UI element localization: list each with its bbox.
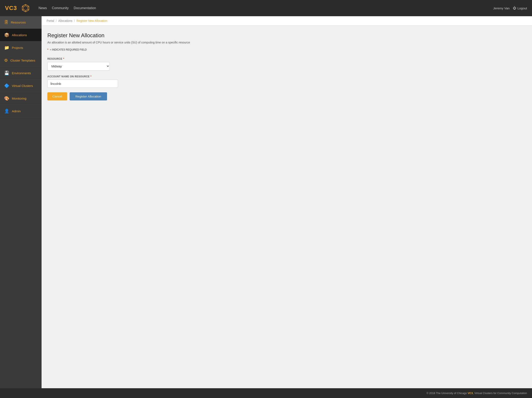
nav-documentation[interactable]: Documentation — [74, 6, 96, 10]
resource-label: RESOURCE * — [47, 58, 526, 60]
account-field-group: ACCOUNT NAME ON RESOURCE * — [47, 75, 526, 88]
svg-marker-1 — [24, 6, 28, 11]
logout-label: Logout — [518, 6, 527, 10]
account-required-star: * — [90, 75, 91, 78]
resource-required-star: * — [63, 58, 64, 60]
account-input[interactable] — [47, 80, 118, 88]
breadcrumb: Portal / Allocations / Register New Allo… — [42, 16, 532, 26]
footer-text-left: © 2018 The University of Chicago — [426, 392, 468, 395]
account-label: ACCOUNT NAME ON RESOURCE * — [47, 75, 526, 78]
layout: 🗄 Resources 📦 Allocations 📁 Projects ⚙ C… — [0, 16, 532, 388]
topnav-right: Jeremy Van ⏻ Logout — [493, 6, 527, 10]
sidebar-label-admin: Admin — [12, 109, 21, 113]
sidebar-item-monitoring[interactable]: 🎨 Monitoring — [0, 92, 42, 105]
breadcrumb-current: Register New Allocation — [76, 19, 107, 22]
sidebar-label-projects: Projects — [12, 46, 23, 50]
monitor-icon: 🎨 — [4, 96, 9, 101]
sidebar-item-cluster-templates[interactable]: ⚙ Cluster Templates — [0, 54, 42, 67]
breadcrumb-portal[interactable]: Portal — [47, 19, 54, 22]
resource-select[interactable]: Midway Comet Stampede2 Bridges — [47, 62, 110, 71]
sidebar-label-environments: Environments — [12, 71, 31, 75]
logo-text[interactable]: VC3 — [5, 5, 17, 12]
nav-community[interactable]: Community — [52, 6, 69, 10]
logo-icon — [21, 4, 30, 13]
footer: © 2018 The University of Chicago VC3, Vi… — [0, 388, 532, 398]
folder-icon: 📁 — [4, 45, 9, 50]
page-content: Register New Allocation An allocation is… — [42, 26, 532, 388]
breadcrumb-sep-2: / — [74, 19, 75, 22]
main-content: Portal / Allocations / Register New Allo… — [42, 16, 532, 388]
register-allocation-button[interactable]: Register Allocation — [70, 92, 107, 100]
resource-field-group: RESOURCE * Midway Comet Stampede2 Bridge… — [47, 58, 526, 71]
topnav-links: News Community Documentation — [38, 6, 96, 10]
gear-icon: ⚙ — [4, 58, 8, 63]
form-buttons: Cancel Register Allocation — [47, 92, 526, 100]
sidebar-label-allocations: Allocations — [12, 33, 27, 37]
nav-news[interactable]: News — [38, 6, 47, 10]
footer-text: © 2018 The University of Chicago VC3, Vi… — [426, 392, 527, 395]
drive-icon: 💾 — [4, 71, 9, 76]
user-name: Jeremy Van — [493, 6, 510, 10]
sidebar-item-admin[interactable]: 👤 Admin — [0, 105, 42, 117]
cube-icon: 📦 — [4, 32, 9, 38]
required-note: * = INDICATES REQUIRED FIELD — [47, 48, 526, 51]
resource-label-text: RESOURCE — [47, 58, 62, 60]
page-description: An allocation is an allotted amount of C… — [47, 41, 526, 44]
sidebar-item-allocations[interactable]: 📦 Allocations — [0, 29, 42, 41]
sidebar-label-virtual-clusters: Virtual Clusters — [12, 84, 33, 88]
sidebar-item-resources[interactable]: 🗄 Resources — [0, 16, 42, 29]
account-label-text: ACCOUNT NAME ON RESOURCE — [47, 75, 89, 78]
sidebar-item-environments[interactable]: 💾 Environments — [0, 67, 42, 79]
topnav: VC3 News Community Documentation Jeremy … — [0, 0, 532, 16]
topnav-left: VC3 News Community Documentation — [5, 4, 96, 13]
footer-vc3: VC3 — [468, 392, 473, 395]
required-star: * — [47, 48, 48, 51]
admin-icon: 👤 — [4, 109, 9, 114]
breadcrumb-sep-1: / — [56, 19, 57, 22]
database-icon: 🗄 — [4, 20, 8, 25]
breadcrumb-allocations[interactable]: Allocations — [58, 19, 72, 22]
sidebar: 🗄 Resources 📦 Allocations 📁 Projects ⚙ C… — [0, 16, 42, 388]
logout-icon: ⏻ — [513, 6, 516, 10]
logout-button[interactable]: ⏻ Logout — [513, 6, 527, 10]
sidebar-label-monitoring: Monitoring — [12, 97, 26, 100]
sidebar-item-projects[interactable]: 📁 Projects — [0, 41, 42, 54]
sidebar-label-cluster-templates: Cluster Templates — [10, 59, 35, 62]
cancel-button[interactable]: Cancel — [47, 92, 67, 100]
sidebar-item-virtual-clusters[interactable]: 🔷 Virtual Clusters — [0, 79, 42, 92]
cluster-icon: 🔷 — [4, 83, 9, 88]
sidebar-label-resources: Resources — [11, 21, 26, 24]
page-title: Register New Allocation — [47, 32, 526, 39]
required-note-text: = INDICATES REQUIRED FIELD — [50, 48, 87, 51]
footer-text-right: , Virtual Clusters for Community Computa… — [473, 392, 527, 395]
